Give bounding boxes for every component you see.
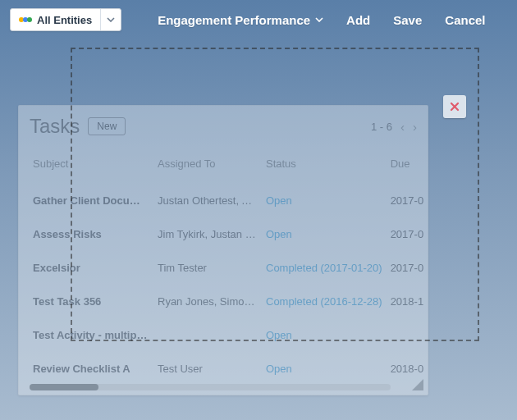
drag-selection-box[interactable]	[71, 48, 479, 341]
tab-add[interactable]: Add	[346, 13, 370, 27]
entity-dropdown-toggle[interactable]	[101, 9, 121, 30]
tab-label: Save	[393, 13, 422, 27]
cell-subject: Review Checklist A	[31, 353, 154, 385]
close-button[interactable]	[443, 95, 466, 118]
tab-label: Cancel	[445, 13, 485, 27]
entity-label: All Entities	[37, 14, 92, 26]
resize-handle[interactable]	[412, 379, 423, 390]
chevron-down-icon	[107, 17, 115, 22]
header-tabs: Engagement Performance Add Save Cancel	[158, 13, 485, 27]
tab-save[interactable]: Save	[393, 13, 422, 27]
tab-cancel[interactable]: Cancel	[445, 13, 485, 27]
close-icon	[450, 102, 460, 112]
entity-picker: All Entities	[10, 8, 121, 31]
top-bar: All Entities Engagement Performance Add …	[0, 0, 517, 39]
tab-engagement-performance[interactable]: Engagement Performance	[158, 13, 323, 27]
entity-button[interactable]: All Entities	[11, 9, 101, 30]
cell-status: Open	[264, 353, 387, 385]
scrollbar-thumb[interactable]	[30, 384, 98, 390]
cell-assigned: Test User	[156, 353, 263, 385]
tab-label: Engagement Performance	[158, 13, 310, 27]
entity-icon	[19, 17, 32, 22]
chevron-down-icon	[315, 17, 323, 22]
horizontal-scrollbar[interactable]	[30, 384, 391, 390]
table-row[interactable]: Review Checklist A Test User Open 2018-0	[31, 353, 428, 385]
tab-label: Add	[346, 13, 370, 27]
